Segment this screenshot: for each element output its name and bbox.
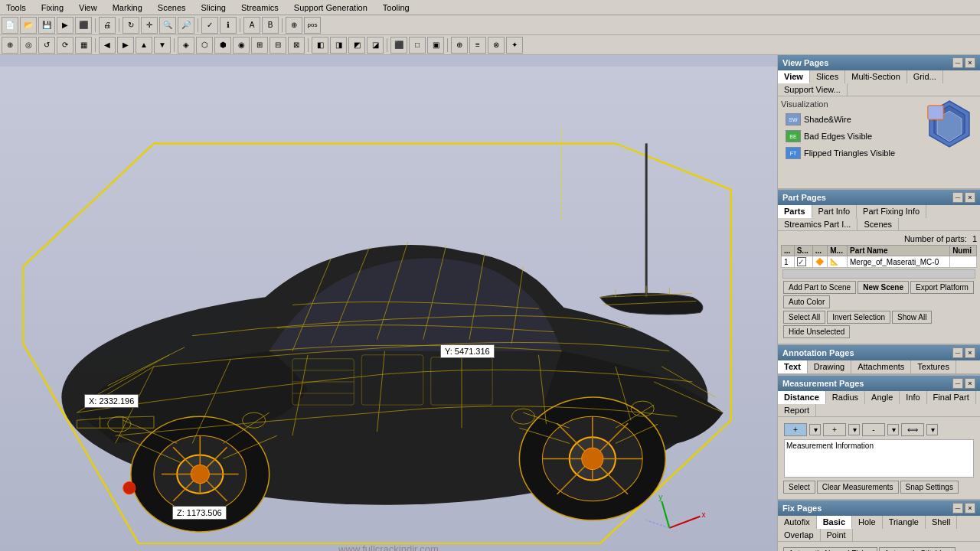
tb2-4[interactable]: ⟳: [57, 37, 74, 54]
row-check[interactable]: [794, 256, 812, 268]
tb2-7[interactable]: ▶: [117, 37, 134, 54]
tb2-18[interactable]: ◨: [330, 37, 347, 54]
tb2-14[interactable]: ⊞: [251, 37, 268, 54]
measure-dropdown-3[interactable]: [887, 424, 899, 435]
tab-angle[interactable]: Angle: [865, 391, 900, 404]
toolbar-save[interactable]: 💾: [38, 17, 55, 34]
menu-tooling[interactable]: Tooling: [380, 3, 413, 12]
menu-slicing[interactable]: Slicing: [198, 3, 229, 12]
tb2-12[interactable]: ⬢: [214, 37, 231, 54]
viz-bad-edges[interactable]: BE Bad Edges Visible: [784, 129, 897, 144]
menu-streamics[interactable]: Streamics: [238, 3, 282, 12]
menu-scenes[interactable]: Scenes: [155, 3, 189, 12]
tab-overlap[interactable]: Overlap: [778, 529, 821, 541]
snap-settings-btn[interactable]: Snap Settings: [900, 481, 959, 494]
menu-fixing[interactable]: Fixing: [38, 3, 67, 12]
parts-scrollbar[interactable]: [782, 269, 975, 279]
menu-view[interactable]: View: [76, 3, 100, 12]
view-pages-minimize[interactable]: ─: [952, 57, 963, 68]
menu-support-gen[interactable]: Support Generation: [291, 3, 371, 12]
measure-dropdown-2[interactable]: [848, 424, 860, 435]
toolbar-open[interactable]: 📂: [20, 17, 37, 34]
tab-slices[interactable]: Slices: [810, 70, 845, 83]
tab-multi-section[interactable]: Multi-Section: [845, 70, 907, 83]
view-pages-close[interactable]: ×: [965, 57, 975, 68]
tab-info[interactable]: Info: [900, 391, 926, 404]
select-all-btn[interactable]: Select All: [783, 311, 825, 324]
toolbar-rotate[interactable]: ↻: [122, 17, 139, 34]
tab-textures[interactable]: Textures: [911, 360, 956, 373]
annotation-minimize[interactable]: ─: [952, 347, 963, 358]
tab-distance[interactable]: Distance: [778, 391, 826, 404]
tab-grid[interactable]: Grid...: [907, 70, 943, 83]
part-pages-close[interactable]: ×: [965, 192, 975, 203]
tb2-2[interactable]: ◎: [20, 37, 37, 54]
toolbar-btn-5[interactable]: ⬛: [75, 17, 92, 34]
tb2-20[interactable]: ◪: [367, 37, 384, 54]
tb2-8[interactable]: ▲: [136, 37, 152, 54]
toolbar-zoom-in[interactable]: 🔍: [159, 17, 176, 34]
fix-pages-close[interactable]: ×: [965, 503, 975, 514]
invert-selection-btn[interactable]: Invert Selection: [827, 311, 890, 324]
auto-color-btn[interactable]: Auto Color: [783, 295, 830, 308]
row-checkbox[interactable]: [797, 257, 806, 266]
tab-radius[interactable]: Radius: [826, 391, 865, 404]
tb2-25[interactable]: ≡: [469, 37, 486, 54]
tb2-6[interactable]: ◀: [99, 37, 116, 54]
tb2-16[interactable]: ⊠: [288, 37, 305, 54]
toolbar-coord[interactable]: ⊕: [286, 17, 302, 34]
add-part-btn[interactable]: Add Part to Scene: [783, 281, 856, 294]
auto-normal-fixing-btn[interactable]: Automatic Normal Fixing: [783, 547, 877, 551]
tab-scenes[interactable]: Scenes: [858, 218, 899, 230]
tab-hole[interactable]: Hole: [852, 516, 883, 529]
tb2-3[interactable]: ↺: [38, 37, 55, 54]
tab-basic[interactable]: Basic: [817, 516, 852, 529]
toolbar-info[interactable]: ℹ: [220, 17, 237, 34]
measurement-close[interactable]: ×: [965, 378, 975, 389]
show-all-btn[interactable]: Show All: [892, 311, 932, 324]
viz-shade-wire[interactable]: SW Shade&Wire: [784, 112, 897, 127]
tb2-17[interactable]: ◧: [312, 37, 328, 54]
annotation-close[interactable]: ×: [965, 347, 975, 358]
tb2-13[interactable]: ◉: [233, 37, 250, 54]
tab-autofix[interactable]: Autofix: [778, 516, 817, 529]
toolbar-move[interactable]: ✛: [141, 17, 158, 34]
measure-dropdown-1[interactable]: [809, 424, 821, 435]
tb2-1[interactable]: ⊕: [2, 37, 18, 54]
auto-stitching-btn[interactable]: Automatic Stitching: [879, 547, 956, 551]
toolbar-btn-4[interactable]: ▶: [57, 17, 74, 34]
tab-report[interactable]: Report: [778, 404, 816, 416]
tab-text[interactable]: Text: [778, 360, 808, 373]
tab-drawing[interactable]: Drawing: [808, 360, 851, 373]
toolbar-btn-b[interactable]: B: [262, 17, 279, 34]
measure-plus-btn-2[interactable]: +: [823, 423, 846, 436]
tab-part-fixing-info[interactable]: Part Fixing Info: [857, 205, 926, 218]
part-pages-minimize[interactable]: ─: [952, 192, 963, 203]
tb2-21[interactable]: ⬛: [390, 37, 407, 54]
tb2-9[interactable]: ▼: [154, 37, 171, 54]
tab-final-part[interactable]: Final Part: [927, 391, 976, 404]
toolbar-new[interactable]: 📄: [2, 17, 18, 34]
viz-flipped-tri[interactable]: FT Flipped Triangles Visible: [784, 145, 897, 161]
tab-parts[interactable]: Parts: [778, 205, 812, 218]
toolbar-print[interactable]: 🖨: [99, 17, 116, 34]
tb2-23[interactable]: ▣: [427, 37, 444, 54]
toolbar-btn-a[interactable]: A: [243, 17, 260, 34]
tb2-22[interactable]: □: [409, 37, 426, 54]
tab-attachments[interactable]: Attachments: [851, 360, 911, 373]
tb2-19[interactable]: ◩: [348, 37, 365, 54]
tb2-5[interactable]: ▦: [75, 37, 92, 54]
tab-point[interactable]: Point: [821, 529, 853, 541]
measure-minus-btn[interactable]: -: [862, 423, 885, 436]
menu-tools[interactable]: Tools: [3, 3, 29, 12]
measure-plus-btn[interactable]: +: [784, 423, 807, 436]
select-btn[interactable]: Select: [783, 481, 815, 494]
tab-streamics-part[interactable]: Streamics Part I...: [778, 218, 858, 230]
table-row[interactable]: 1 🔶 📐 Merge_of_Maserati_MC-0: [782, 256, 977, 268]
tb2-24[interactable]: ⊕: [451, 37, 468, 54]
measure-dropdown-4[interactable]: [926, 424, 938, 435]
tb2-26[interactable]: ⊗: [488, 37, 505, 54]
tb2-27[interactable]: ✦: [506, 37, 523, 54]
measurement-minimize[interactable]: ─: [952, 378, 963, 389]
toolbar-check[interactable]: ✓: [201, 17, 218, 34]
